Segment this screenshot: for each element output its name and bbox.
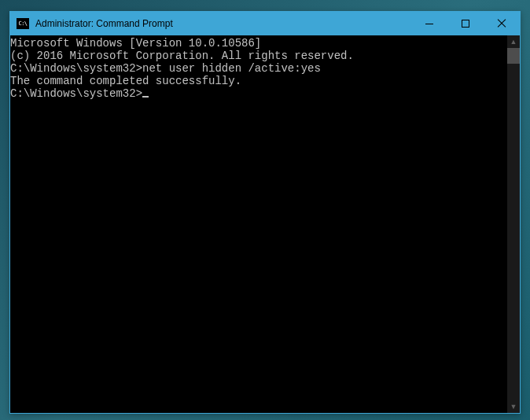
- window-title: Administrator: Command Prompt: [35, 18, 411, 29]
- current-prompt-line: C:\Windows\system32>: [10, 87, 507, 100]
- maximize-icon: [462, 20, 469, 28]
- output-line: C:\Windows\system32>net user hidden /act…: [10, 62, 507, 75]
- minimize-icon: [425, 24, 433, 24]
- cursor: [142, 96, 149, 98]
- prompt-text: C:\Windows\system32>: [10, 87, 142, 100]
- command-text: net user hidden /active:yes: [142, 62, 321, 75]
- terminal-output[interactable]: Microsoft Windows [Version 10.0.10586](c…: [10, 35, 507, 413]
- terminal-body: Microsoft Windows [Version 10.0.10586](c…: [10, 35, 520, 413]
- close-icon: [497, 19, 506, 28]
- output-line: Microsoft Windows [Version 10.0.10586]: [10, 37, 507, 50]
- output-line: The command completed successfully.: [10, 75, 507, 87]
- minimize-button[interactable]: [411, 12, 447, 35]
- vertical-scrollbar[interactable]: ▲ ▼: [507, 35, 520, 413]
- scroll-up-button[interactable]: ▲: [507, 35, 520, 48]
- prompt-text: C:\Windows\system32>: [10, 62, 142, 75]
- command-prompt-window: C:\ Administrator: Command Prompt Micros…: [9, 11, 521, 414]
- command-prompt-icon: C:\: [17, 18, 29, 29]
- scroll-down-button[interactable]: ▼: [507, 400, 520, 413]
- maximize-button[interactable]: [447, 12, 484, 35]
- close-button[interactable]: [484, 12, 520, 35]
- window-controls: [411, 12, 520, 35]
- scroll-thumb[interactable]: [507, 48, 520, 64]
- output-line: (c) 2016 Microsoft Corporation. All righ…: [10, 50, 507, 62]
- titlebar[interactable]: C:\ Administrator: Command Prompt: [10, 12, 520, 35]
